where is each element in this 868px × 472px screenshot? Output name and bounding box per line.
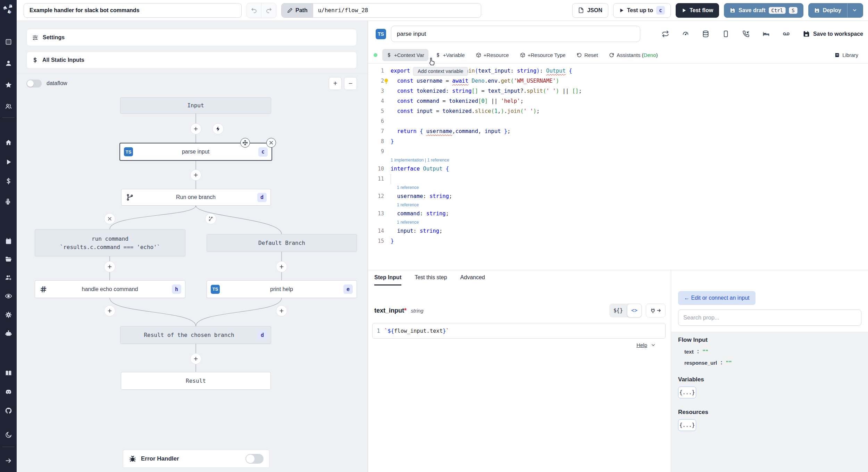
edit-or-connect-button[interactable]: ← Edit or connect an input xyxy=(678,291,756,305)
prop-row-text[interactable]: text : "" xyxy=(684,348,868,355)
add-resource-type-button[interactable]: +Resource Type xyxy=(516,49,570,61)
flow-title-input[interactable]: Example handler for slack bot commands xyxy=(24,3,242,18)
remove-branch-button[interactable] xyxy=(105,214,115,224)
flow-node-run-one-branch[interactable]: Run one branch d xyxy=(121,189,271,206)
flow-node-handle-echo-command[interactable]: handle echo command h xyxy=(35,280,185,298)
book-icon xyxy=(835,52,840,58)
resources-object-chip[interactable]: {...} xyxy=(678,419,696,431)
github-icon[interactable] xyxy=(0,404,17,417)
resources-boxes-icon[interactable] xyxy=(0,194,17,208)
flow-node-default-branch[interactable]: Default Branch xyxy=(207,234,357,252)
flow-node-print-help[interactable]: TS print help e xyxy=(207,280,357,298)
save-draft-button[interactable]: Save draft Ctrl S xyxy=(724,3,803,18)
code-mode-button[interactable]: <> xyxy=(627,304,642,317)
add-step-button[interactable] xyxy=(276,306,287,316)
template-mode-button[interactable]: ${} xyxy=(609,307,627,314)
delete-step-button[interactable] xyxy=(266,138,276,148)
flow-node-run-command-branch[interactable]: run command `results.c.command === 'echo… xyxy=(35,229,185,256)
codelens-annotation[interactable]: 1 reference xyxy=(368,219,868,226)
add-step-button[interactable] xyxy=(191,170,201,180)
codelens-annotation[interactable]: 1 reference xyxy=(368,201,868,209)
user-icon[interactable] xyxy=(0,56,17,70)
zoom-in-button[interactable]: + xyxy=(329,77,342,90)
expression-editor[interactable]: 1 `${flow_input.text}` xyxy=(372,323,666,339)
codelens-annotation[interactable]: 1 reference xyxy=(368,184,868,191)
error-handler-toggle[interactable] xyxy=(245,454,264,464)
flow-node-parse-input[interactable]: TS parse input c xyxy=(119,143,272,161)
add-step-button[interactable] xyxy=(191,354,201,364)
tab-advanced[interactable]: Advanced xyxy=(460,270,485,285)
flow-node-branch-result[interactable]: Result of the chosen branch d xyxy=(120,326,271,344)
gauge-icon[interactable] xyxy=(682,30,689,38)
arrow-right-icon xyxy=(657,308,661,313)
add-step-button[interactable] xyxy=(191,124,201,134)
save-to-workspace-button[interactable]: Save to workspace xyxy=(803,30,863,38)
dark-mode-moon-icon[interactable] xyxy=(0,428,17,442)
rotate-ccw-icon xyxy=(577,52,582,58)
chevron-down-icon[interactable] xyxy=(852,8,857,13)
code-line: 14 input: string; xyxy=(368,226,868,236)
user-group-icon[interactable] xyxy=(0,99,17,113)
tab-test-this-step[interactable]: Test this step xyxy=(415,270,447,285)
codelens-annotation[interactable]: 1 implementation | 1 reference xyxy=(368,157,868,164)
redo-button[interactable] xyxy=(261,3,276,18)
code-line: 8} xyxy=(368,136,868,147)
test-up-to-button[interactable]: Test up to c xyxy=(613,3,671,18)
mobile-icon[interactable] xyxy=(722,30,729,38)
dataflow-toggle[interactable] xyxy=(26,80,42,88)
flow-settings-button[interactable]: Settings xyxy=(26,29,357,46)
flow-node-result[interactable]: Result xyxy=(121,372,271,390)
tab-step-input[interactable]: Step Input xyxy=(374,270,401,285)
schedules-calendar-icon[interactable] xyxy=(0,234,17,248)
audit-eye-icon[interactable] xyxy=(0,289,17,303)
search-prop-input[interactable] xyxy=(678,309,861,326)
lightbulb-icon[interactable] xyxy=(383,77,389,83)
add-context-var-button[interactable]: +Context Var xyxy=(382,49,428,61)
help-link[interactable]: Help xyxy=(636,342,647,348)
add-resource-button[interactable]: +Resource xyxy=(472,49,513,61)
bed-icon[interactable] xyxy=(762,30,770,38)
all-static-inputs-button[interactable]: All Static Inputs xyxy=(26,51,357,69)
windmill-logo-icon[interactable] xyxy=(2,3,14,15)
expand-sidebar-arrow-icon[interactable] xyxy=(0,454,17,467)
add-branch-button[interactable] xyxy=(206,214,216,224)
connect-input-plug-button[interactable] xyxy=(646,304,666,317)
add-step-button[interactable] xyxy=(276,262,287,272)
prop-row-response-url[interactable]: response_url : "" xyxy=(684,359,868,366)
test-flow-button[interactable]: Test flow xyxy=(676,3,719,18)
json-button[interactable]: JSON xyxy=(572,3,608,18)
database-icon[interactable] xyxy=(702,30,709,38)
folders-icon[interactable] xyxy=(0,252,17,266)
path-field[interactable]: Path u/henri/flow_28 xyxy=(281,3,481,18)
home-icon[interactable] xyxy=(0,135,17,149)
runs-play-icon[interactable] xyxy=(0,155,17,169)
add-variable-button[interactable]: +Variable xyxy=(431,49,469,61)
workspace-building-icon[interactable] xyxy=(0,35,17,49)
undo-button[interactable] xyxy=(247,3,261,18)
move-step-button[interactable] xyxy=(240,138,250,148)
voicemail-icon[interactable] xyxy=(783,30,790,38)
favorites-star-icon[interactable] xyxy=(0,78,17,92)
sync-repeat-icon[interactable] xyxy=(662,30,669,38)
robot-icon[interactable] xyxy=(0,326,17,340)
docs-book-icon[interactable] xyxy=(0,366,17,380)
variables-dollar-icon[interactable] xyxy=(0,174,17,188)
deploy-button[interactable]: Deploy xyxy=(808,3,863,18)
phone-incoming-icon[interactable] xyxy=(742,30,750,38)
groups-cog-icon[interactable] xyxy=(0,271,17,284)
assistants-button[interactable]: Assistants (Deno) xyxy=(605,49,662,61)
add-step-button[interactable] xyxy=(105,306,115,316)
add-step-button[interactable] xyxy=(105,262,115,272)
flow-node-input[interactable]: Input xyxy=(120,97,271,114)
reset-button[interactable]: Reset xyxy=(573,49,602,61)
add-trigger-zap-button[interactable] xyxy=(213,124,223,134)
library-button[interactable]: Library xyxy=(831,49,862,61)
discord-icon[interactable] xyxy=(0,385,17,399)
settings-gear-icon[interactable] xyxy=(0,308,17,322)
variables-object-chip[interactable]: {...} xyxy=(678,387,696,398)
chevron-down-icon[interactable] xyxy=(651,342,656,348)
step-name-input[interactable]: parse input xyxy=(391,26,640,42)
zoom-out-button[interactable]: − xyxy=(344,77,357,90)
variables-title: Variables xyxy=(678,376,868,383)
code-editor[interactable]: 1export async function main(text_input: … xyxy=(368,66,868,246)
